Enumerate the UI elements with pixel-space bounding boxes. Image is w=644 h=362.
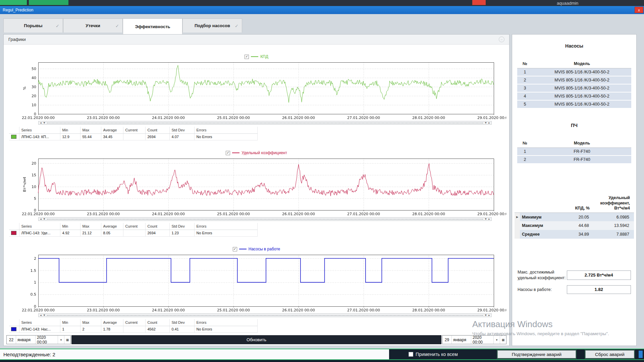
legend-label: Насосы в работе	[249, 247, 280, 251]
tab-utechki[interactable]: Утечки ✓	[63, 18, 123, 33]
scroll-left-icon[interactable]: ◄	[39, 314, 43, 316]
fc-model: FR-F740	[533, 147, 631, 156]
green-divider-bottom	[0, 359, 644, 360]
table-row[interactable]: 5MVIS 805-1/16 /K/3-400-50-2	[517, 100, 631, 108]
date-to-month[interactable]: января	[452, 336, 471, 344]
scroll-right-icon[interactable]: ►	[487, 122, 491, 124]
pump-num: 1	[517, 68, 533, 76]
date-from-time[interactable]: 2020 00:00	[36, 336, 58, 344]
table-row[interactable]: ▶ Минимум 20.05 6.0985	[515, 213, 634, 221]
charts-panel: Графики − ✓ КПД ◄ ▼ ▼ ► Series	[3, 34, 509, 346]
series-stats-table: Series Min Max Average Current Count Std…	[9, 223, 258, 237]
tab-podbor-nasosov[interactable]: Подбор насосов ✓	[182, 18, 242, 33]
summary-kpd-value: 34.89	[560, 230, 594, 239]
chart-scrollbar[interactable]: ◄ ▼ ▼ ►	[38, 217, 492, 221]
tab-poryvy[interactable]: Порывы ✓	[3, 18, 63, 33]
scrollbar-track[interactable]	[47, 123, 483, 123]
scroll-right-icon[interactable]: ►	[487, 314, 491, 316]
scroll-left-icon[interactable]: ◄	[39, 218, 43, 220]
update-button[interactable]: Обновить	[71, 335, 441, 344]
check-icon: ✓	[115, 23, 119, 28]
dropdown-icon[interactable]: ▾	[58, 336, 64, 344]
scroll-left-icon[interactable]: ◄	[39, 122, 43, 124]
summary-col-kpd: КПД, %	[560, 195, 594, 213]
collapse-icon[interactable]: −	[499, 37, 504, 42]
stats-col-stddev: Std Dev	[169, 127, 194, 133]
stats-col-errors: Errors	[194, 319, 257, 326]
confirm-alarms-button[interactable]: Подтверждение аварий	[497, 350, 576, 358]
stats-row: ЛПНС-143: Уде... 4.92 21.12 8.05 2694 1.…	[9, 230, 257, 236]
reset-alarms-button[interactable]: Сброс аварий	[585, 350, 634, 358]
scroll-right-icon[interactable]: ►	[487, 218, 491, 220]
nasosy-chart-canvas[interactable]	[6, 253, 506, 313]
pump-model: MVIS 805-1/16 /K/3-400-50-2	[533, 100, 631, 108]
date-from-month[interactable]: января	[16, 336, 36, 344]
summary-kpd-value: 20.05	[560, 213, 594, 221]
window-titlebar[interactable]: Regul_Prediction x	[0, 6, 644, 14]
pump-num: 5	[517, 100, 533, 108]
table-row[interactable]: 4MVIS 805-1/16 /K/3-400-50-2	[517, 92, 631, 100]
chart-block-kpd: ✓ КПД ◄ ▼ ▼ ► Series Min Max Average	[4, 53, 509, 141]
date-to-picker[interactable]: 29 января 2020 00:00 ▾ ▦	[442, 335, 506, 344]
table-row[interactable]: Среднее 34.89 7.8887	[515, 230, 634, 239]
shell-green-block-2	[29, 0, 68, 5]
range-handle-left-icon[interactable]: ▼	[43, 314, 46, 317]
scrollbar-track[interactable]	[47, 219, 483, 220]
equipment-panel: Насосы № Модель 1MVIS 805-1/16 /K/3-400-…	[512, 34, 637, 346]
series-visibility-checkbox[interactable]: ✓	[233, 247, 237, 251]
summary-table: КПД, % Удельный коэффициент, Вт*ч/м4 ▶ М…	[515, 195, 634, 239]
udelny-chart-canvas[interactable]	[6, 157, 506, 217]
kpd-chart-canvas[interactable]	[6, 61, 506, 121]
date-to-day[interactable]: 29	[442, 336, 452, 344]
stats-col-errors: Errors	[194, 127, 257, 133]
stats-col-min: Min	[60, 127, 80, 133]
chart-scrollbar[interactable]: ◄ ▼ ▼ ►	[38, 121, 492, 125]
check-icon: ✓	[235, 23, 238, 28]
range-handle-left-icon[interactable]: ▼	[43, 122, 46, 124]
tab-label: Утечки	[86, 23, 100, 28]
shell-red-block	[472, 0, 486, 5]
stat-errors: No Errors	[194, 230, 257, 236]
stat-max: 21.12	[80, 230, 101, 236]
table-row[interactable]: Максимум 44.68 13.5942	[515, 221, 634, 230]
chart-scrollbar[interactable]: ◄ ▼ ▼ ►	[38, 313, 492, 317]
stat-series: ЛПНС-143: Нас...	[19, 326, 60, 333]
series-visibility-checkbox[interactable]: ✓	[226, 151, 230, 155]
scrollbar-thumb[interactable]	[639, 351, 643, 358]
fc-model: FR-F740	[533, 156, 631, 164]
table-row[interactable]: 1FR-F740	[517, 147, 631, 156]
calendar-icon[interactable]: ▦	[500, 336, 506, 344]
calendar-icon[interactable]: ▦	[64, 336, 70, 344]
series-visibility-checkbox[interactable]: ✓	[245, 55, 249, 59]
tab-label: Порывы	[24, 23, 42, 28]
date-from-picker[interactable]: 22 января 2020 00:00 ▾ ▦	[6, 335, 71, 344]
check-icon: ✓	[56, 23, 59, 28]
stat-stddev: 1.23	[169, 230, 194, 236]
date-from-day[interactable]: 22	[7, 336, 16, 344]
range-handle-right-icon[interactable]: ▼	[484, 122, 487, 124]
chart-legend: ✓ КПД	[4, 53, 509, 61]
charts-panel-header: Графики −	[4, 35, 509, 45]
range-handle-right-icon[interactable]: ▼	[484, 314, 487, 317]
dropdown-icon[interactable]: ▾	[493, 336, 500, 344]
table-row[interactable]: 1MVIS 805-1/16 /K/3-400-50-2	[517, 68, 631, 76]
row-marker-icon: ▶	[515, 213, 520, 221]
legend-line-sample	[239, 249, 247, 249]
apply-to-all-checkbox[interactable]	[409, 352, 413, 357]
tab-effektivnost[interactable]: Эффективность	[123, 18, 182, 34]
stats-col-average: Average	[101, 223, 123, 230]
stat-current	[123, 326, 145, 333]
table-row[interactable]: 2MVIS 805-1/16 /K/3-400-50-2	[517, 76, 631, 84]
close-button[interactable]: x	[635, 7, 643, 13]
stats-col-stddev: Std Dev	[169, 223, 194, 230]
date-to-time[interactable]: 2020 00:00	[471, 336, 493, 344]
table-row[interactable]: 3MVIS 805-1/16 /K/3-400-50-2	[517, 84, 631, 92]
stat-min: 12.9	[60, 133, 80, 140]
pump-num: 4	[517, 92, 533, 100]
window-title: Regul_Prediction	[3, 8, 33, 12]
stat-max: 55.44	[80, 133, 101, 140]
table-row[interactable]: 2FR-F740	[517, 156, 631, 164]
scrollbar-track[interactable]	[47, 315, 483, 316]
range-handle-left-icon[interactable]: ▼	[43, 218, 46, 221]
range-handle-right-icon[interactable]: ▼	[484, 218, 487, 221]
